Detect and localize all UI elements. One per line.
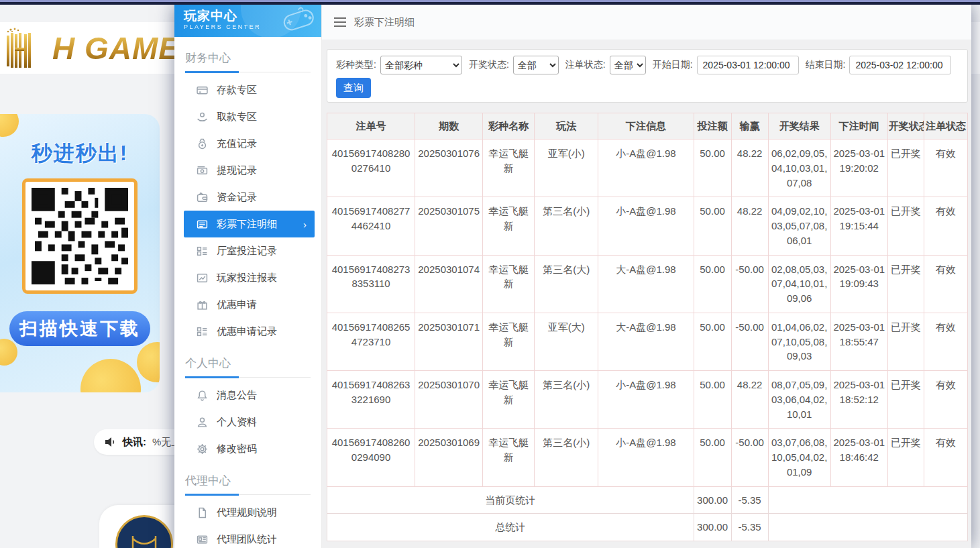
cell-order-status: 有效 bbox=[924, 429, 967, 486]
cell-issue: 20250301075 bbox=[415, 197, 483, 255]
sidebar-item-funds-records[interactable]: 资金记录 bbox=[184, 184, 315, 211]
sidebar-item-label: 存款专区 bbox=[217, 84, 257, 97]
cell-bet-id: 401569174082774462410 bbox=[327, 197, 415, 255]
logo-bars-icon bbox=[5, 28, 48, 69]
cell-bet-info: 小-A盘@1.98 bbox=[598, 140, 694, 197]
deposit-card-icon bbox=[197, 85, 208, 96]
cell-lottery-name: 幸运飞艇新 bbox=[483, 371, 535, 429]
cell-bet-id: 401569174082600294090 bbox=[327, 429, 415, 486]
cell-bet-amount: 50.00 bbox=[694, 197, 731, 255]
sidebar-item-label: 提现记录 bbox=[217, 164, 257, 177]
order-status-select[interactable]: 全部 bbox=[610, 56, 646, 74]
sidebar-item-label: 优惠申请记录 bbox=[217, 325, 277, 338]
section-title: 个人中心 bbox=[185, 357, 231, 370]
cell-bet-time: 2025-03-01 18:46:42 bbox=[830, 429, 887, 486]
cell-bet-id: 401569174082738353110 bbox=[327, 255, 415, 313]
cell-play-type: 第三名(大) bbox=[535, 255, 598, 313]
withdraw-hand-icon bbox=[197, 111, 208, 123]
app-download-promo-card: 秒进秒出! bbox=[0, 114, 160, 392]
sidebar-item-agent-team-stats[interactable]: 代理团队统计 bbox=[184, 526, 315, 548]
cell-bet-amount: 50.00 bbox=[694, 140, 731, 197]
player-center-sidebar: 玩家中心 PLAYERS CENTER 财务中心 存款专区 取款专区 bbox=[174, 5, 322, 548]
sidebar-item-promo-apply[interactable]: 优惠申请 bbox=[184, 291, 315, 318]
draw-status-select[interactable]: 全部 bbox=[513, 56, 559, 74]
end-date-label: 结束日期: bbox=[806, 59, 846, 71]
player-bet-report-icon bbox=[197, 272, 208, 284]
summary-win-loss: -5.35 bbox=[731, 486, 768, 514]
section-underline bbox=[185, 72, 311, 72]
recharge-record-icon bbox=[197, 138, 208, 150]
sidebar-item-recharge-records[interactable]: 充值记录 bbox=[184, 130, 315, 157]
cell-win-loss: -50.00 bbox=[731, 313, 768, 370]
player-center-panel: 玩家中心 PLAYERS CENTER 财务中心 存款专区 取款专区 bbox=[174, 5, 971, 548]
agent-rules-doc-icon bbox=[197, 507, 208, 518]
summary-label: 总统计 bbox=[327, 514, 694, 541]
cell-issue: 20250301071 bbox=[415, 313, 483, 370]
cell-draw-result: 04,09,02,10,03,05,07,08,06,01 bbox=[768, 197, 830, 255]
sidebar-item-deposit-zone[interactable]: 存款专区 bbox=[184, 76, 315, 103]
cell-order-status: 有效 bbox=[924, 140, 967, 197]
page-title: 彩票下注明细 bbox=[354, 16, 415, 29]
start-date-input[interactable] bbox=[697, 56, 799, 74]
grand-total-row: 总统计 300.00 -5.35 bbox=[327, 514, 968, 541]
cell-bet-id: 401569174082800276410 bbox=[327, 140, 415, 197]
summary-empty bbox=[768, 486, 967, 514]
sidebar-item-withdrawal-records[interactable]: 提现记录 bbox=[184, 157, 315, 184]
cell-order-status: 有效 bbox=[924, 313, 967, 370]
sidebar-item-label: 资金记录 bbox=[217, 191, 257, 204]
sidebar-header: 玩家中心 PLAYERS CENTER bbox=[174, 5, 321, 37]
profile-user-icon bbox=[197, 417, 208, 428]
cell-lottery-name: 幸运飞艇新 bbox=[483, 313, 535, 370]
speaker-icon bbox=[105, 437, 117, 447]
sidebar-item-agent-rules[interactable]: 代理规则说明 bbox=[184, 499, 315, 526]
cell-draw-status: 已开奖 bbox=[887, 140, 924, 197]
table-row: 401569174082800276410 20250301076 幸运飞艇新 … bbox=[327, 140, 968, 197]
table-row: 401569174082738353110 20250301074 幸运飞艇新 … bbox=[327, 255, 968, 313]
col-draw-result: 开奖结果 bbox=[768, 113, 830, 140]
brand-logo[interactable]: H GAME bbox=[5, 28, 180, 69]
scan-download-button[interactable]: 扫描快速下载 bbox=[9, 311, 150, 346]
sidebar-item-hall-bet-records[interactable]: 厅室投注记录 bbox=[184, 237, 315, 264]
sidebar-item-label: 彩票下注明细 bbox=[217, 218, 277, 231]
sidebar-menu: 财务中心 存款专区 取款专区 充值记录 提现记录 资金记录 bbox=[174, 37, 321, 548]
cell-draw-result: 06,02,09,05,04,10,03,01,07,08 bbox=[768, 140, 830, 197]
password-gear-icon bbox=[197, 443, 208, 455]
content-body: 彩种类型: 全部彩种 开奖状态: 全部 注单状态: 全部 开始日期: 结束日期: bbox=[322, 40, 971, 548]
sidebar-item-announcements[interactable]: 消息公告 bbox=[184, 382, 315, 408]
lottery-type-select[interactable]: 全部彩种 bbox=[380, 56, 462, 74]
sidebar-item-lottery-bet-details[interactable]: 彩票下注明细 › bbox=[184, 211, 315, 237]
col-bet-id: 注单号 bbox=[327, 113, 415, 140]
team-logo bbox=[115, 515, 173, 548]
sidebar-item-promo-apply-records[interactable]: 优惠申请记录 bbox=[184, 318, 315, 345]
end-date-input[interactable] bbox=[849, 56, 951, 74]
section-underline bbox=[185, 377, 311, 378]
cell-bet-id: 401569174082633221690 bbox=[327, 371, 415, 429]
table-row: 401569174082633221690 20250301070 幸运飞艇新 … bbox=[327, 371, 968, 429]
summary-bet-total: 300.00 bbox=[694, 486, 731, 514]
sidebar-item-change-password[interactable]: 修改密码 bbox=[184, 435, 315, 462]
sidebar-item-withdraw-zone[interactable]: 取款专区 bbox=[184, 103, 315, 130]
menu-toggle-icon[interactable] bbox=[334, 17, 346, 27]
browser-top-strip bbox=[0, 0, 980, 5]
cell-order-status: 有效 bbox=[924, 197, 967, 255]
sidebar-item-label: 代理规则说明 bbox=[217, 506, 277, 519]
funds-record-icon bbox=[197, 192, 208, 203]
table-row: 401569174082654723710 20250301071 幸运飞艇新 … bbox=[327, 313, 968, 370]
cell-play-type: 第三名(小) bbox=[535, 429, 598, 486]
cell-bet-info: 小-A盘@1.98 bbox=[598, 371, 694, 429]
col-bet-amount: 投注额 bbox=[694, 113, 731, 140]
lottery-bet-detail-icon bbox=[197, 219, 208, 230]
decor-blob bbox=[137, 342, 160, 382]
sidebar-item-player-bet-report[interactable]: 玩家投注报表 bbox=[184, 264, 315, 291]
cell-lottery-name: 幸运飞艇新 bbox=[483, 429, 535, 486]
cell-issue: 20250301076 bbox=[415, 140, 483, 197]
table-row: 401569174082600294090 20250301069 幸运飞艇新 … bbox=[327, 429, 968, 486]
query-button[interactable]: 查询 bbox=[336, 78, 371, 98]
bets-table: 注单号 期数 彩种名称 玩法 下注信息 投注额 输赢 开奖结果 下注时间 开奖状… bbox=[327, 113, 968, 541]
cell-bet-id: 401569174082654723710 bbox=[327, 313, 415, 370]
table-header-row: 注单号 期数 彩种名称 玩法 下注信息 投注额 输赢 开奖结果 下注时间 开奖状… bbox=[327, 113, 968, 140]
main-content: 彩票下注明细 彩种类型: 全部彩种 开奖状态: 全部 注单状态: 全部 bbox=[322, 5, 971, 548]
sidebar-item-profile[interactable]: 个人资料 bbox=[184, 408, 315, 435]
ticker-label: 快讯: bbox=[123, 436, 146, 449]
col-lottery-name: 彩种名称 bbox=[483, 113, 535, 140]
